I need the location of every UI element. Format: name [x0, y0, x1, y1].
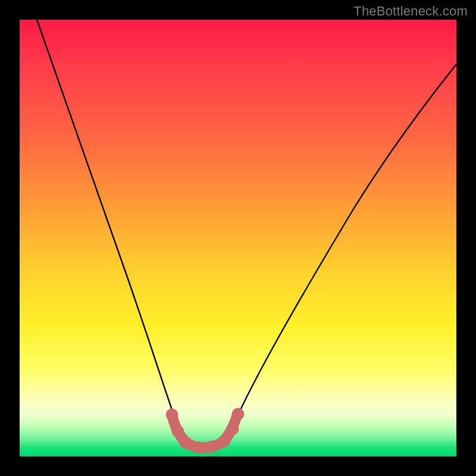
- marker-dot: [232, 408, 244, 420]
- marker-dot: [166, 409, 178, 421]
- marker-dot: [205, 441, 217, 453]
- marker-dot: [172, 425, 184, 437]
- marker-dot: [192, 441, 204, 453]
- curve-layer: [20, 20, 456, 456]
- plot-area: [20, 20, 456, 456]
- marker-dot: [218, 435, 230, 447]
- marker-dot: [179, 436, 191, 448]
- watermark-text: TheBottleneck.com: [353, 4, 468, 19]
- chart-frame: TheBottleneck.com: [0, 0, 476, 476]
- flat-marker-band: [166, 408, 244, 453]
- bottleneck-curve-path: [37, 20, 456, 450]
- marker-dot: [227, 423, 239, 435]
